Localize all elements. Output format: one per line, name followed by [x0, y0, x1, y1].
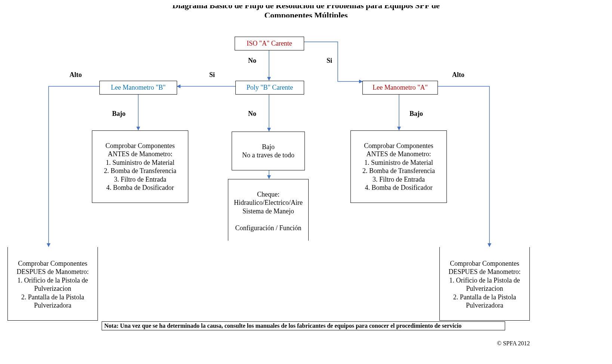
box-lee-a: Lee Manometro "A"	[362, 81, 438, 95]
box-poly-b: Poly "B" Carente	[235, 81, 304, 95]
copyright-text: © SPFA 2012	[497, 340, 530, 347]
box-poly-b-text: Poly "B" Carente	[239, 83, 301, 92]
title-line-2: Componentes Múltiples	[0, 10, 612, 20]
label-no-top: No	[248, 57, 256, 65]
box-despues-a-text: Comprobar Componentes DESPUES de Manomet…	[443, 259, 526, 310]
box-bajo-mid: Bajo No a traves de todo	[232, 132, 305, 170]
box-antes-b-text: Comprobar Componentes ANTES de Manometro…	[95, 142, 185, 192]
label-bajo-right: Bajo	[409, 110, 423, 118]
box-iso-a-text: ISO "A" Carente	[238, 39, 301, 48]
label-alto-left: Alto	[69, 71, 82, 79]
label-si-left: Si	[209, 71, 215, 79]
box-antes-b: Comprobar Componentes ANTES de Manometro…	[92, 130, 188, 203]
box-despues-b-text: Comprobar Componentes DESPUES de Manomet…	[11, 259, 95, 310]
box-iso-a: ISO "A" Carente	[235, 37, 304, 50]
box-antes-a: Comprobar Componentes ANTES de Manometro…	[350, 130, 447, 203]
box-despues-a: Comprobar Componentes DESPUES de Manomet…	[439, 247, 530, 321]
diagram-title: Diagrama Básico de Flujo de Resolución d…	[0, 1, 612, 21]
box-bajo-mid-text: Bajo No a traves de todo	[235, 143, 302, 160]
note-text: Nota: Una vez que se ha determinado la c…	[104, 323, 461, 329]
box-cheque: Cheque: Hidraulico/Electrico/Aire Sistem…	[228, 179, 309, 241]
box-lee-b-text: Lee Manometro "B"	[103, 83, 174, 92]
label-si-right: Si	[327, 57, 332, 65]
note-box: Nota: Una vez que se ha determinado la c…	[102, 321, 505, 330]
box-cheque-text: Cheque: Hidraulico/Electrico/Aire Sistem…	[231, 190, 305, 232]
box-lee-b: Lee Manometro "B"	[99, 81, 177, 95]
box-despues-b: Comprobar Componentes DESPUES de Manomet…	[7, 247, 98, 321]
label-bajo-left: Bajo	[112, 110, 126, 118]
box-antes-a-text: Comprobar Componentes ANTES de Manometro…	[354, 142, 443, 192]
label-alto-right: Alto	[452, 71, 464, 79]
title-line-1: Diagrama Básico de Flujo de Resolución d…	[172, 1, 440, 10]
label-no-mid: No	[248, 110, 256, 118]
box-lee-a-text: Lee Manometro "A"	[366, 83, 435, 92]
